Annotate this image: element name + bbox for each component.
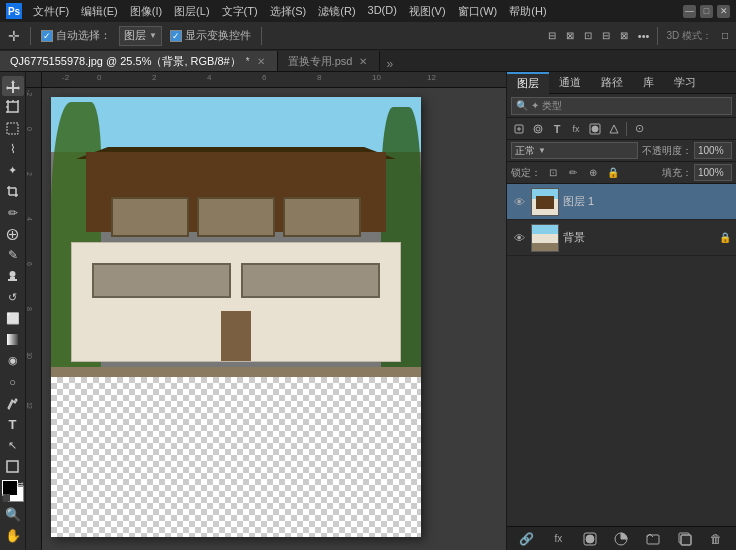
right-panel: 图层 通道 路径 库 学习 🔍 ✦ 类型 xyxy=(506,72,736,550)
tab-overflow-btn[interactable]: » xyxy=(380,57,399,71)
filter-toggle[interactable]: ⊙ xyxy=(630,120,648,138)
align-btn-1[interactable]: ⊟ xyxy=(544,25,560,47)
lock-artboard-btn[interactable]: ⊕ xyxy=(585,165,601,181)
minimize-button[interactable]: — xyxy=(683,5,696,18)
window-1 xyxy=(111,197,189,237)
svg-rect-17 xyxy=(10,277,15,279)
lock-position-btn[interactable]: ✏ xyxy=(565,165,581,181)
svg-rect-18 xyxy=(8,279,17,281)
gradient-tool[interactable] xyxy=(2,330,24,350)
horizontal-ruler: -2 0 2 4 6 8 10 12 xyxy=(42,72,506,88)
maximize-button[interactable]: □ xyxy=(700,5,713,18)
eyedropper-tool[interactable]: ✏ xyxy=(2,203,24,223)
transform-check[interactable]: ✓ xyxy=(170,30,182,42)
auto-select-check[interactable]: ✓ xyxy=(41,30,53,42)
panel-bottom-bar: 🔗 fx xyxy=(507,526,736,550)
layer-item-bg[interactable]: 👁 背景 🔒 xyxy=(507,220,736,256)
eraser-tool[interactable]: ⬜ xyxy=(2,309,24,329)
blend-mode-select[interactable]: 正常 ▼ xyxy=(511,142,638,159)
menu-image[interactable]: 图像(I) xyxy=(125,3,167,20)
menu-3d[interactable]: 3D(D) xyxy=(363,3,402,20)
3d-btn[interactable]: □ xyxy=(718,25,732,47)
new-layer-btn[interactable] xyxy=(675,529,695,549)
tab-inactive[interactable]: 置换专用.psd ✕ xyxy=(278,51,381,71)
title-bar: Ps 文件(F) 编辑(E) 图像(I) 图层(L) 文字(T) 选择(S) 滤… xyxy=(0,0,736,22)
layer-item-1[interactable]: 👁 图层 1 xyxy=(507,184,736,220)
dodge-tool[interactable]: ○ xyxy=(2,372,24,392)
new-group-btn[interactable] xyxy=(643,529,663,549)
lower-building xyxy=(71,242,401,362)
swap-colors-icon[interactable]: ⇄ xyxy=(17,480,24,489)
tab-close-1[interactable]: ✕ xyxy=(255,55,267,67)
opacity-input[interactable]: 100% xyxy=(694,142,732,159)
delete-layer-btn[interactable]: 🗑 xyxy=(706,529,726,549)
shape-tool[interactable] xyxy=(2,457,24,477)
move-tool[interactable] xyxy=(2,76,24,96)
blend-mode-chevron: ▼ xyxy=(538,146,546,155)
lock-all-btn[interactable]: 🔒 xyxy=(605,165,621,181)
layer-filter-T-btn[interactable]: T xyxy=(548,120,566,138)
show-transform-checkbox[interactable]: ✓ 显示变换控件 xyxy=(166,25,255,47)
lock-pixels-btn[interactable]: ⊡ xyxy=(545,165,561,181)
tab-layers[interactable]: 图层 xyxy=(507,72,549,94)
artboard-tool[interactable] xyxy=(2,97,24,117)
heal-tool[interactable] xyxy=(2,224,24,244)
align-btn-4[interactable]: ⊟ xyxy=(598,25,614,47)
main-area: ⌇ ✦ ✏ ✎ ↺ ⬜ ◉ ○ xyxy=(0,72,736,550)
menu-window[interactable]: 窗口(W) xyxy=(453,3,503,20)
show-transform-label: 显示变换控件 xyxy=(185,28,251,43)
add-adjustment-btn[interactable] xyxy=(611,529,631,549)
menu-filter[interactable]: 滤镜(R) xyxy=(313,3,360,20)
menu-type[interactable]: 文字(T) xyxy=(217,3,263,20)
more-btn[interactable]: ••• xyxy=(634,25,654,47)
new-layer-icon-btn[interactable] xyxy=(510,120,528,138)
layer-visibility-1[interactable]: 👁 xyxy=(511,194,527,210)
marquee-tool[interactable] xyxy=(2,118,24,138)
layer-visibility-bg[interactable]: 👁 xyxy=(511,230,527,246)
history-tool[interactable]: ↺ xyxy=(2,287,24,307)
blur-tool[interactable]: ◉ xyxy=(2,351,24,371)
hand-tool[interactable]: ✋ xyxy=(2,526,24,546)
tab-library[interactable]: 库 xyxy=(633,72,664,94)
brush-tool[interactable]: ✎ xyxy=(2,245,24,265)
add-style-btn[interactable]: fx xyxy=(548,529,568,549)
move-tool-btn[interactable]: ✛ xyxy=(4,25,24,47)
tab-paths[interactable]: 路径 xyxy=(591,72,633,94)
close-button[interactable]: ✕ xyxy=(717,5,730,18)
menu-help[interactable]: 帮助(H) xyxy=(504,3,551,20)
tab-close-2[interactable]: ✕ xyxy=(357,55,369,67)
fill-input[interactable]: 100% xyxy=(694,164,732,181)
align-btn-3[interactable]: ⊡ xyxy=(580,25,596,47)
tab-channels[interactable]: 通道 xyxy=(549,72,591,94)
channels-icon-btn[interactable] xyxy=(529,120,547,138)
tab-learn[interactable]: 学习 xyxy=(664,72,706,94)
crop-tool[interactable] xyxy=(2,182,24,202)
lasso-tool[interactable]: ⌇ xyxy=(2,139,24,159)
zoom-tool[interactable]: 🔍 xyxy=(2,505,24,525)
layer-filter-smart-btn[interactable] xyxy=(605,120,623,138)
layer-filter-mask-btn[interactable] xyxy=(586,120,604,138)
menu-select[interactable]: 选择(S) xyxy=(265,3,312,20)
menu-file[interactable]: 文件(F) xyxy=(28,3,74,20)
align-btn-2[interactable]: ⊠ xyxy=(562,25,578,47)
window-3 xyxy=(283,197,361,237)
add-mask-btn[interactable] xyxy=(580,529,600,549)
magic-wand-tool[interactable]: ✦ xyxy=(2,161,24,181)
canvas-area[interactable]: -2 0 2 4 6 8 10 12 -2 0 2 4 6 8 10 12 xyxy=(26,72,506,550)
layer-lock-bg: 🔒 xyxy=(718,232,732,243)
tab-active[interactable]: QJ6775155978.jpg @ 25.5%（背景, RGB/8#） * ✕ xyxy=(0,51,278,71)
stamp-tool[interactable] xyxy=(2,266,24,286)
reset-colors-icon[interactable]: ⬛ xyxy=(2,494,11,502)
path-selection-tool[interactable]: ↖ xyxy=(2,435,24,455)
menu-layer[interactable]: 图层(L) xyxy=(169,3,214,20)
layer-filter-fx-btn[interactable]: fx xyxy=(567,120,585,138)
menu-view[interactable]: 视图(V) xyxy=(404,3,451,20)
search-box[interactable]: 🔍 ✦ 类型 xyxy=(511,97,732,115)
menu-edit[interactable]: 编辑(E) xyxy=(76,3,123,20)
layer-mode-dropdown[interactable]: 图层 ▼ xyxy=(119,26,162,46)
align-btn-5[interactable]: ⊠ xyxy=(616,25,632,47)
text-tool[interactable]: T xyxy=(2,414,24,434)
auto-select-checkbox[interactable]: ✓ 自动选择： xyxy=(37,25,115,47)
pen-tool[interactable] xyxy=(2,393,24,413)
link-layers-btn[interactable]: 🔗 xyxy=(517,529,537,549)
